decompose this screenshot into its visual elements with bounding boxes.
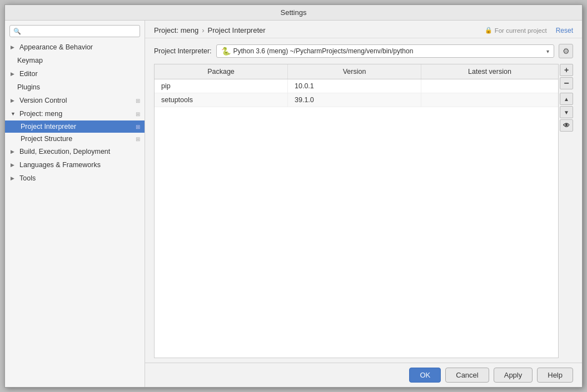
lock-icon: 🔒 [485,27,493,34]
cell-package: pip [155,79,288,93]
dialog-footer: OK Cancel Apply Help [145,363,582,387]
search-icon: 🔍 [13,28,21,35]
sidebar-item-label: Project Interpreter [21,123,76,130]
sidebar-item-version-control[interactable]: ▶ Version Control ⊞ [5,94,145,107]
sidebar-item-label: Project: meng [19,110,136,118]
column-latest-version: Latest version [421,64,558,79]
sidebar-item-project-interpreter[interactable]: Project Interpreter ⊞ [5,120,145,133]
help-button[interactable]: Help [537,368,573,383]
add-package-button[interactable]: + [560,64,573,76]
sidebar-item-project-meng[interactable]: ▼ Project: meng ⊞ [5,107,145,120]
packages-table-wrapper: Package Version Latest version pip 10.0.… [154,64,573,358]
expand-arrow-icon: ▶ [11,71,17,77]
sidebar-item-tools[interactable]: ▶ Tools [5,172,145,185]
column-version: Version [288,64,421,79]
settings-icon: ⊞ [136,98,140,104]
main-content: Project: meng › Project Interpreter 🔒 Fo… [145,21,582,387]
python-icon: 🐍 [221,47,231,56]
interpreter-select[interactable]: 🐍 Python 3.6 (meng) ~/PycharmProjects/me… [216,44,554,58]
settings-icon: ⊞ [136,136,140,142]
settings-icon: ⊞ [136,124,140,130]
expand-arrow-icon: ▶ [11,175,17,181]
gear-button[interactable]: ⚙ [559,44,573,58]
sidebar-item-label: Languages & Frameworks [19,161,140,169]
sidebar-item-project-structure[interactable]: Project Structure ⊞ [5,133,145,145]
interpreter-value: Python 3.6 (meng) ~/PycharmProjects/meng… [233,47,546,55]
cell-version: 39.1.0 [288,93,421,107]
sidebar-item-keymap[interactable]: Keymap [5,54,145,67]
cell-package: setuptools [155,93,288,107]
dialog-body: 🔍 ▶ Appearance & Behavior Keymap ▶ Edito… [5,21,582,387]
expand-arrow-icon: ▶ [11,44,17,50]
scroll-down-button[interactable]: ▼ [560,106,573,118]
remove-package-button[interactable]: − [560,77,573,89]
cell-version: 10.0.1 [288,79,421,93]
table-header: Package Version Latest version [155,64,558,79]
packages-table: Package Version Latest version pip 10.0.… [154,64,559,358]
dropdown-arrow-icon: ▾ [546,48,549,54]
sidebar-item-label: Tools [19,174,140,182]
content-header: Project: meng › Project Interpreter 🔒 Fo… [145,21,582,38]
sidebar-item-appearance[interactable]: ▶ Appearance & Behavior [5,41,145,54]
cancel-button[interactable]: Cancel [445,368,489,383]
sidebar: 🔍 ▶ Appearance & Behavior Keymap ▶ Edito… [5,21,145,387]
sidebar-item-label: Editor [19,70,140,78]
expand-arrow-icon: ▶ [11,149,17,154]
apply-button[interactable]: Apply [494,368,533,383]
ok-button[interactable]: OK [409,368,441,383]
breadcrumb: Project: meng › Project Interpreter [154,26,266,34]
cell-latest [421,79,558,93]
expand-arrow-icon: ▶ [11,162,17,168]
cell-latest [421,93,558,107]
reset-button[interactable]: Reset [556,27,573,34]
search-box[interactable]: 🔍 [9,25,140,37]
sidebar-item-label: Appearance & Behavior [19,43,140,51]
gear-icon: ⚙ [563,47,570,56]
breadcrumb-separator: › [202,26,204,34]
sidebar-item-plugins[interactable]: Plugins [5,81,145,94]
sidebar-item-languages-frameworks[interactable]: ▶ Languages & Frameworks [5,158,145,172]
settings-dialog: Settings 🔍 ▶ Appearance & Behavior Keyma… [4,4,583,388]
sidebar-item-build-execution[interactable]: ▶ Build, Execution, Deployment [5,145,145,158]
sidebar-item-editor[interactable]: ▶ Editor [5,67,145,81]
breadcrumb-current: Project Interpreter [208,26,266,34]
sidebar-item-label: Keymap [17,57,140,64]
sidebar-item-label: Plugins [17,83,140,91]
expand-arrow-icon: ▼ [11,111,17,117]
interpreter-row: Project Interpreter: 🐍 Python 3.6 (meng)… [145,38,582,64]
interpreter-label: Project Interpreter: [154,47,212,55]
column-package: Package [155,64,288,79]
sidebar-item-label: Build, Execution, Deployment [19,148,140,155]
settings-icon: ⊞ [136,111,140,117]
dialog-title: Settings [5,5,582,21]
sidebar-item-label: Project Structure [21,135,72,143]
table-side-buttons: + − ▲ ▼ 👁 [560,64,573,358]
for-project-label: 🔒 For current project [485,27,547,34]
search-input[interactable] [23,27,136,35]
eye-button[interactable]: 👁 [560,119,573,132]
table-row[interactable]: pip 10.0.1 [155,79,558,93]
table-row[interactable]: setuptools 39.1.0 [155,93,558,107]
expand-arrow-icon: ▶ [11,98,17,103]
table-body: pip 10.0.1 setuptools 39.1.0 [155,79,558,358]
breadcrumb-parent: Project: meng [154,26,198,34]
scroll-up-button[interactable]: ▲ [560,93,573,105]
sidebar-item-label: Version Control [19,97,136,104]
